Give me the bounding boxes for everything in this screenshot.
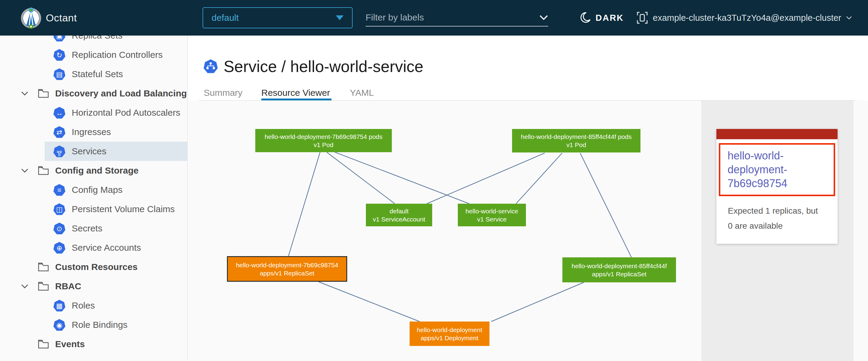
ingresses-icon: ⇄ <box>53 126 66 139</box>
sidebar-item-label: Replication Controllers <box>72 45 163 64</box>
sidebar-group-config-and-storage[interactable]: Config and Storage <box>0 161 188 180</box>
chevron-down-icon[interactable] <box>539 15 548 20</box>
node-name: hello-world-deployment-85ff4cf44f pods <box>521 133 631 141</box>
chevron-down-icon <box>846 16 852 20</box>
sidebar-item-horizontal-pod-autoscalers[interactable]: ↔ Horizontal Pod Autoscalers <box>0 103 188 122</box>
sidebar-group-rbac[interactable]: RBAC <box>0 276 188 296</box>
sidebar-group-discovery-load-balancing[interactable]: Discovery and Load Balancing <box>0 84 188 103</box>
cluster-name: example-cluster-ka3TuTzYo4a@example-clus… <box>653 13 841 23</box>
graph-edge <box>516 153 562 204</box>
sidebar-group-custom-resources[interactable]: Custom Resources <box>0 257 188 276</box>
node-name: hello-world-deployment-85ff4cf44f <box>572 262 667 270</box>
graph-edge <box>327 152 395 204</box>
config-maps-icon: ≡ <box>53 184 66 196</box>
role-bindings-icon: ◉ <box>53 319 66 331</box>
node-kind: apps/v1 ReplicaSet <box>260 269 314 277</box>
folder-icon <box>38 166 49 175</box>
hpa-icon: ↔ <box>53 107 66 119</box>
node-kind: v1 ServiceAccount <box>373 215 425 223</box>
selected-row-highlight <box>44 142 188 161</box>
filter-placeholder: Filter by labels <box>366 12 539 23</box>
folder-icon <box>38 89 49 98</box>
graph-node-deployment[interactable]: hello-world-deployment apps/v1 Deploymen… <box>410 322 490 346</box>
sidebar-item-label: Roles <box>72 296 95 315</box>
moon-icon <box>579 12 591 24</box>
resource-viewer-graph: hello-world-deployment-7b69c98754 pods v… <box>188 101 701 361</box>
sidebar-item-persistent-volume-claims[interactable]: ◫ Persistent Volume Claims <box>0 199 188 219</box>
graph-node-serviceaccount-default[interactable]: default v1 ServiceAccount <box>366 204 432 226</box>
graph-edge <box>288 152 320 256</box>
sidebar-item-config-maps[interactable]: ≡ Config Maps <box>0 180 188 199</box>
graph-node-pod-7b69c98754[interactable]: hello-world-deployment-7b69c98754 pods v… <box>255 129 392 152</box>
graph-node-replicaset-7b69c98754-selected[interactable]: hello-world-deployment-7b69c98754 apps/v… <box>227 256 347 282</box>
tab-yaml[interactable]: YAML <box>350 85 374 100</box>
resource-link[interactable]: hello-world-deployment-7b69c98754 <box>727 149 827 191</box>
node-kind: apps/v1 Deployment <box>421 334 478 342</box>
resource-status-card: hello-world-deployment-7b69c98754 Expect… <box>716 129 838 244</box>
filter-by-labels-input[interactable]: Filter by labels <box>366 9 548 27</box>
sidebar-item-label: Persistent Volume Claims <box>72 199 175 219</box>
sidebar-item-label: Stateful Sets <box>72 64 123 84</box>
sidebar-group-label: Discovery and Load Balancing <box>55 84 187 103</box>
node-kind: v1 Pod <box>566 141 586 149</box>
sidebar-item-label: Secrets <box>72 219 102 238</box>
page-title: Service / hello-world-service <box>224 57 424 76</box>
graph-node-replicaset-85ff4cf44f[interactable]: hello-world-deployment-85ff4cf44f apps/v… <box>562 257 676 282</box>
sidebar-group-label: RBAC <box>55 276 82 296</box>
sidebar-item-label: Services <box>72 142 106 161</box>
sidebar-item-replication-controllers[interactable]: ↻ Replication Controllers <box>0 45 188 64</box>
sidebar-item-stateful-sets[interactable]: ▤ Stateful Sets <box>0 64 188 84</box>
sidebar-item-label: Horizontal Pod Autoscalers <box>72 103 180 122</box>
node-name: hello-world-deployment-7b69c98754 pods <box>265 133 382 141</box>
pvc-icon: ◫ <box>53 203 66 216</box>
dark-mode-toggle[interactable]: DARK <box>579 0 624 36</box>
sidebar-item-service-accounts[interactable]: ⊕ Service Accounts <box>0 238 188 257</box>
node-kind: v1 Service <box>477 215 507 223</box>
sidebar: ▣ Replica Sets ↻ Replication Controllers… <box>0 0 188 361</box>
app-title: Octant <box>46 0 77 36</box>
tab-summary[interactable]: Summary <box>204 85 242 100</box>
stateful-sets-icon: ▤ <box>53 68 66 81</box>
namespace-dropdown[interactable]: default <box>203 7 352 28</box>
top-header: Octant default Filter by labels DARK exa… <box>0 0 868 36</box>
graph-edge <box>580 153 631 257</box>
sidebar-item-ingresses[interactable]: ⇄ Ingresses <box>0 122 188 142</box>
sidebar-item-roles[interactable]: ▦ Roles <box>0 296 188 315</box>
selected-resource-box: hello-world-deployment-7b69c98754 <box>719 143 835 196</box>
caret-down-icon <box>336 15 344 20</box>
node-name: hello-world-deployment <box>417 326 482 334</box>
cluster-selector[interactable]: example-cluster-ka3TuTzYo4a@example-clus… <box>637 0 852 36</box>
graph-edge <box>318 282 420 322</box>
sidebar-item-secrets[interactable]: ⊙ Secrets <box>0 219 188 238</box>
folder-icon <box>38 282 49 291</box>
service-icon <box>203 59 218 74</box>
node-name: default <box>390 207 408 215</box>
node-kind: apps/v1 ReplicaSet <box>592 270 647 278</box>
roles-icon: ▦ <box>53 299 66 312</box>
sidebar-item-services[interactable]: ╦ Services <box>0 142 188 161</box>
chevron-down-icon <box>21 91 28 96</box>
sidebar-group-events[interactable]: Events <box>0 334 188 354</box>
sidebar-group-label: Events <box>55 334 85 354</box>
service-accounts-icon: ⊕ <box>53 242 66 254</box>
octant-app: ▣ Replica Sets ↻ Replication Controllers… <box>0 0 868 361</box>
replication-controllers-icon: ↻ <box>53 49 66 62</box>
graph-edge <box>491 282 584 322</box>
namespace-value: default <box>212 13 336 23</box>
scroll-gutter <box>854 101 868 361</box>
sidebar-item-role-bindings[interactable]: ◉ Role Bindings <box>0 315 188 334</box>
graph-edge <box>427 153 545 204</box>
dark-label: DARK <box>595 13 624 23</box>
sidebar-item-label: Config Maps <box>72 180 122 199</box>
octant-logo-icon <box>19 6 43 30</box>
sidebar-item-label: Role Bindings <box>72 315 127 334</box>
node-kind: v1 Pod <box>314 141 333 149</box>
sidebar-item-label: Service Accounts <box>72 238 141 257</box>
graph-node-service-hello-world[interactable]: hello-world-service v1 Service <box>458 204 526 226</box>
tab-resource-viewer[interactable]: Resource Viewer <box>261 85 330 100</box>
main-content: Service / hello-world-service Summary Re… <box>188 36 868 361</box>
graph-node-pod-85ff4cf44f[interactable]: hello-world-deployment-85ff4cf44f pods v… <box>512 129 641 153</box>
node-name: hello-world-service <box>465 207 518 215</box>
page-title-row: Service / hello-world-service <box>203 57 424 76</box>
graph-edge <box>335 152 469 204</box>
